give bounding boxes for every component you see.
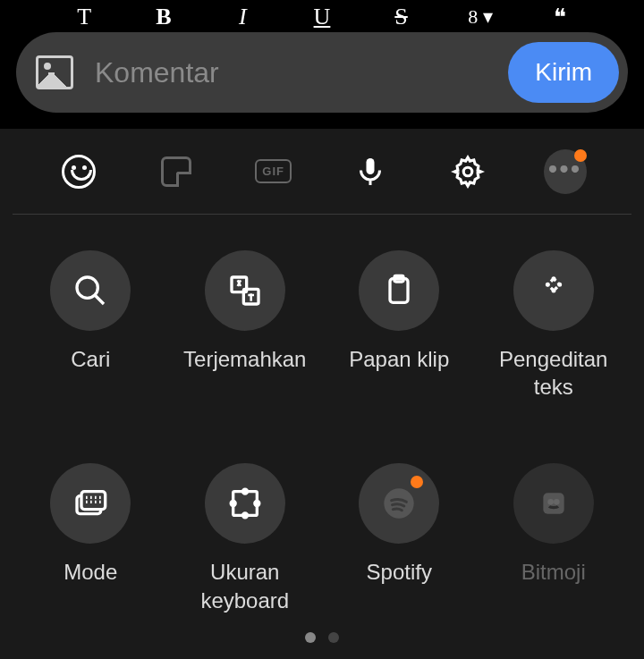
tool-mode[interactable]: Mode	[18, 463, 164, 613]
keyboard-mode-icon	[72, 486, 108, 521]
tool-keyboard-size[interactable]: Ukuran keyboard	[173, 463, 318, 613]
tool-label: Bitmoji	[521, 558, 586, 586]
tool-label: Ukuran keyboard	[173, 558, 318, 613]
mic-icon	[354, 156, 386, 188]
more-icon: •••	[544, 149, 587, 194]
tool-label: Spotify	[367, 558, 432, 586]
text-edit-icon	[536, 273, 572, 308]
svg-point-18	[549, 501, 552, 503]
smiley-icon	[62, 155, 96, 189]
notification-badge	[411, 476, 423, 488]
sticker-tab[interactable]	[155, 150, 198, 193]
format-list-number[interactable]: 8 ▾	[462, 5, 498, 29]
bitmoji-icon	[536, 486, 572, 521]
svg-point-15	[242, 513, 247, 518]
gif-tab[interactable]: GIF	[252, 150, 295, 193]
svg-point-12	[231, 502, 235, 506]
page-dot-2[interactable]	[328, 632, 339, 643]
svg-rect-8	[81, 492, 106, 510]
tool-label: Mode	[64, 558, 117, 586]
notification-badge	[574, 149, 587, 162]
clipboard-icon	[381, 273, 417, 308]
comment-input[interactable]: Komentar	[95, 56, 508, 89]
format-strikethrough[interactable]: S	[384, 4, 419, 30]
gif-icon: GIF	[255, 159, 292, 183]
attach-image-icon[interactable]	[36, 55, 73, 89]
settings-button[interactable]	[446, 150, 489, 193]
keyboard-toolbar: GIF •••	[13, 129, 631, 215]
tool-label: Terjemahkan	[183, 345, 306, 373]
page-indicator	[0, 632, 644, 643]
tool-clipboard[interactable]: Papan klip	[326, 250, 472, 401]
text-format-bar: T B I U S 8 ▾ ❝	[0, 0, 644, 34]
tools-grid: Cari Terjemahkan Papan klip Pengeditan t…	[0, 215, 644, 632]
spotify-icon	[381, 486, 417, 521]
voice-input-button[interactable]	[349, 150, 392, 193]
resize-icon	[227, 486, 263, 521]
svg-point-14	[242, 490, 247, 494]
format-text[interactable]: T	[66, 4, 102, 30]
tool-label: Pengeditan teks	[481, 345, 627, 401]
format-bold[interactable]: B	[146, 4, 182, 30]
svg-line-2	[95, 295, 104, 304]
svg-rect-17	[543, 494, 564, 514]
send-button[interactable]: Kirim	[508, 42, 619, 103]
format-underline[interactable]: U	[304, 4, 340, 30]
page-dot-1[interactable]	[305, 632, 316, 643]
emoji-tab[interactable]	[57, 150, 100, 193]
tool-translate[interactable]: Terjemahkan	[173, 250, 318, 401]
search-icon	[72, 273, 108, 308]
gear-icon	[451, 155, 485, 189]
comment-input-row: Komentar Kirim	[0, 32, 644, 129]
sticker-icon	[161, 156, 191, 187]
translate-icon	[227, 273, 263, 308]
more-button[interactable]: •••	[544, 150, 587, 193]
svg-point-0	[463, 167, 472, 176]
svg-point-1	[77, 277, 97, 298]
svg-point-19	[555, 501, 557, 503]
format-quote[interactable]: ❝	[542, 4, 578, 31]
format-italic[interactable]: I	[225, 4, 260, 30]
tool-text-edit[interactable]: Pengeditan teks	[481, 250, 627, 401]
svg-point-13	[255, 502, 259, 506]
tool-spotify[interactable]: Spotify	[326, 463, 472, 613]
tool-label: Cari	[71, 345, 110, 373]
comment-field-container: Komentar Kirim	[16, 32, 628, 113]
tool-label: Papan klip	[349, 345, 449, 373]
tool-bitmoji[interactable]: Bitmoji	[481, 463, 627, 613]
tool-search[interactable]: Cari	[18, 250, 164, 401]
